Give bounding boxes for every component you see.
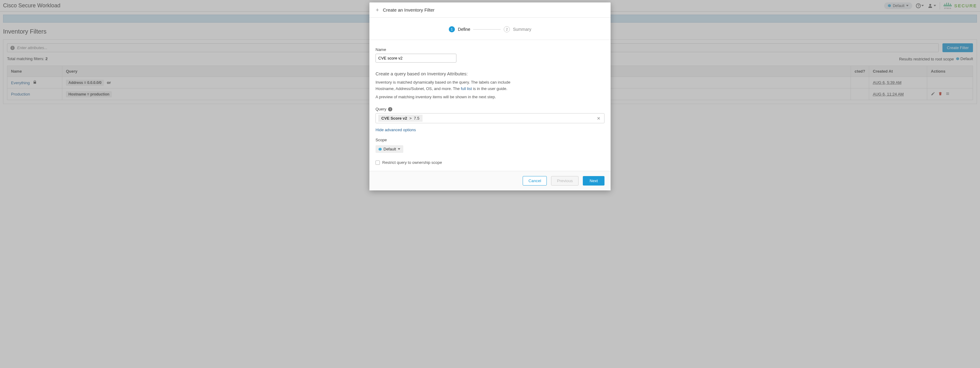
name-input[interactable]	[375, 54, 457, 63]
step-2-label: Summary	[513, 27, 531, 32]
stepper: 1 Define 2 Summary	[369, 18, 611, 40]
step-1-circle: 1	[449, 26, 455, 32]
step-1-label: Define	[458, 27, 470, 32]
modal-overlay[interactable]: + Create an Inventory Filter 1 Define 2 …	[0, 0, 980, 107]
modal-title: Create an Inventory Filter	[383, 7, 434, 13]
full-list-link[interactable]: full list	[461, 86, 472, 91]
plus-icon: +	[375, 8, 380, 13]
step-2-circle: 2	[504, 26, 510, 32]
query-description: Inventory is matched dynamically based o…	[375, 79, 516, 92]
modal-header: + Create an Inventory Filter	[369, 2, 611, 18]
query-section-title: Create a query based on Inventory Attrib…	[375, 71, 605, 76]
step-connector	[473, 29, 501, 30]
create-filter-modal: + Create an Inventory Filter 1 Define 2 …	[369, 2, 611, 107]
query-description-2: A preview of matching inventory items wi…	[375, 94, 516, 100]
name-label: Name	[375, 47, 605, 52]
